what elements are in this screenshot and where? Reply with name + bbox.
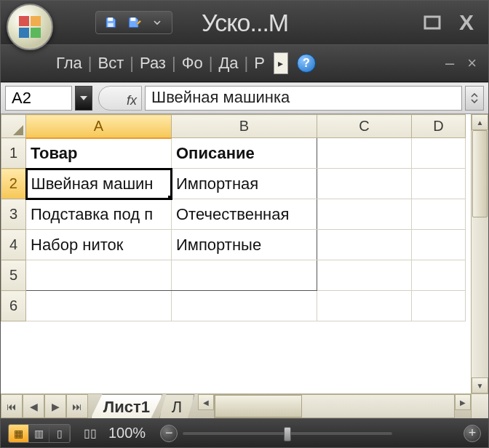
office-logo-icon [19,16,41,38]
scroll-thumb[interactable] [215,395,302,417]
cell-c3[interactable] [317,199,412,230]
tab-formulas[interactable]: Фо [178,51,207,76]
quick-access-toolbar [95,11,172,34]
row-header-5[interactable]: 5 [1,260,26,291]
select-all-corner[interactable] [1,115,26,138]
view-pagelayout-icon[interactable]: ▥ [29,425,49,442]
cell-a6[interactable] [26,291,172,321]
scroll-up-icon[interactable]: ▲ [472,114,488,130]
view-pagebreak-icon[interactable]: ▯ [49,425,70,442]
cell-grid[interactable]: A B C D 1 Товар Описание 2 Швейная машин… [1,114,471,393]
cell-c5[interactable] [317,260,412,291]
view-normal-icon[interactable]: ▦ [9,425,29,442]
titlebar: Уско...М X [1,1,488,44]
scroll-left-icon[interactable]: ◀ [198,394,214,410]
cell-c2[interactable] [317,169,412,199]
svg-rect-2 [131,17,136,21]
sheet-tab-active[interactable]: Лист1 [91,394,163,418]
row-header-6[interactable]: 6 [1,291,26,321]
cell-a5[interactable] [26,260,172,291]
window-controls: X [423,10,488,35]
cell-a2[interactable]: Швейная машин [26,169,172,199]
sheet-tab-label: Л [172,398,182,417]
scroll-track[interactable] [214,394,455,418]
cell-b6[interactable] [172,291,317,321]
horizontal-scrollbar[interactable]: ◀ ▶ [198,394,471,418]
save-icon [104,16,117,29]
sheet-first-icon[interactable]: ⏮ [1,394,23,418]
sheet-tabs: Лист1 Л [88,394,194,418]
vertical-scrollbar[interactable]: ▲ ▼ [471,114,488,393]
cell-b1[interactable]: Описание [172,138,317,169]
help-button[interactable]: ? [297,54,316,73]
zoom-out-icon[interactable]: − [160,425,178,442]
doc-close-icon[interactable]: × [467,54,477,73]
cell-b4[interactable]: Импортные [172,230,317,260]
svg-rect-1 [108,23,114,27]
cell-d1[interactable] [412,138,466,169]
column-header-b[interactable]: B [172,115,317,138]
name-box-dropdown[interactable] [75,86,92,111]
row-header-1[interactable]: 1 [1,138,26,169]
ribbon-overflow[interactable]: ▸ [274,52,288,74]
save-as-icon [127,16,141,29]
tab-data[interactable]: Да [214,51,242,76]
sheet-prev-icon[interactable]: ◀ [23,394,44,418]
tab-home[interactable]: Гла [52,51,87,76]
cell-d4[interactable] [412,230,466,260]
formula-input[interactable]: Швейная машинка [145,86,462,111]
zoom-level[interactable]: 100% [108,425,146,441]
scroll-track[interactable] [472,217,488,377]
cell-a3[interactable]: Подставка под п [26,199,172,230]
cell-b5[interactable] [172,260,317,291]
save-as-button[interactable] [124,13,144,32]
cell-d5[interactable] [412,260,466,291]
window-title: Уско...М [202,9,423,37]
fx-button[interactable]: fx [98,86,142,111]
cell-c6[interactable] [317,291,412,321]
zoom-in-icon[interactable]: + [464,425,481,442]
svg-rect-0 [108,17,113,21]
row-header-3[interactable]: 3 [1,199,26,230]
cell-b2[interactable]: Импортная [172,169,317,199]
save-button[interactable] [100,13,121,32]
tab-insert[interactable]: Вст [93,51,128,76]
row-header-4[interactable]: 4 [1,230,26,260]
chevron-down-icon [154,19,161,26]
cell-d3[interactable] [412,199,466,230]
fx-icon: fx [127,93,137,108]
scroll-corner [471,394,488,418]
zoom-thumb[interactable] [284,427,291,441]
sheet-last-icon[interactable]: ⏭ [66,394,88,418]
scroll-down-icon[interactable]: ▼ [472,377,488,393]
restore-icon[interactable] [423,15,442,31]
tab-review[interactable]: Р [250,51,269,76]
qat-customize[interactable] [147,13,167,32]
column-header-d[interactable]: D [412,115,466,138]
sheet-next-icon[interactable]: ▶ [44,394,66,418]
sheet-tab-label: Лист1 [103,398,150,417]
cell-a4[interactable]: Набор ниток [26,230,172,260]
row-header-2[interactable]: 2 [1,169,26,199]
scroll-right-icon[interactable]: ▶ [455,394,471,410]
column-header-a[interactable]: A [26,115,172,138]
cell-c4[interactable] [317,230,412,260]
layout-toggle-icon[interactable]: ▯▯ [84,426,97,440]
cell-b3[interactable]: Отечественная [172,199,317,230]
tab-pagelayout[interactable]: Раз [135,51,170,76]
cell-c1[interactable] [317,138,412,169]
zoom-slider[interactable]: − [160,425,393,442]
office-button[interactable] [7,4,53,50]
cell-d6[interactable] [412,291,466,321]
scroll-thumb[interactable] [472,130,488,217]
zoom-track[interactable] [182,431,393,436]
doc-minimize-icon[interactable]: – [445,54,454,73]
close-icon[interactable]: X [459,10,474,35]
cell-d2[interactable] [412,169,466,199]
chevron-down-icon [79,95,88,102]
sheet-tab-next[interactable]: Л [159,394,195,418]
cell-a1[interactable]: Товар [26,138,172,169]
name-box[interactable]: A2 [5,86,72,111]
column-header-c[interactable]: C [317,115,412,138]
formula-expand[interactable] [465,86,484,111]
